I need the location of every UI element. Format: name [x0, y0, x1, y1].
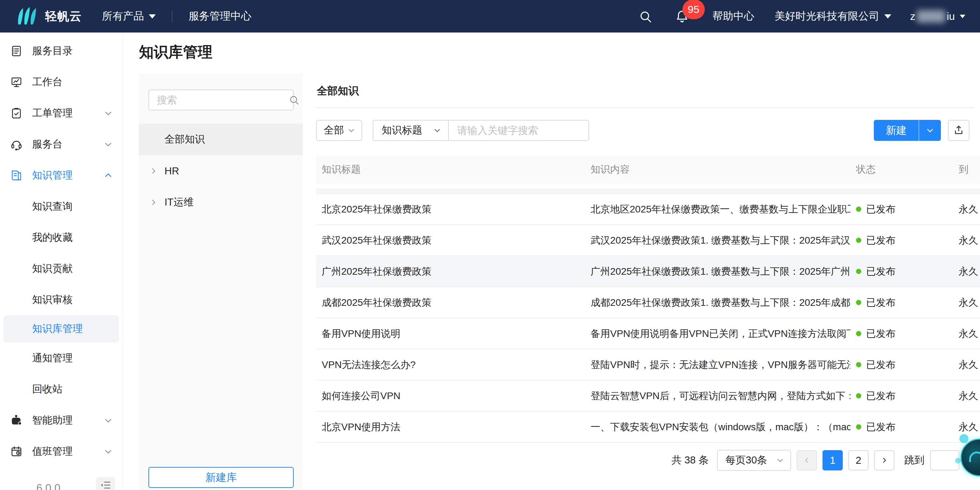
table-row[interactable]: 广州2025年社保缴费政策广州2025年社保缴费政策1. 缴费基数与上下限：20… [316, 256, 980, 287]
sidebar-item-label: 工作台 [32, 75, 113, 89]
sidebar-item-我的收藏[interactable]: 我的收藏 [0, 222, 123, 253]
create-dropdown-button[interactable] [919, 126, 941, 135]
tree-item-IT运维[interactable]: IT运维 [138, 187, 303, 218]
sidebar-item-工作台[interactable]: 工作台 [0, 66, 123, 97]
navbar-divider [172, 11, 173, 22]
cell-title[interactable]: 成都2025年社保缴费政策 [316, 296, 585, 309]
column-header-title: 知识标题 [316, 163, 585, 176]
sidebar-item-值班管理[interactable]: 值班管理 [0, 436, 123, 467]
cell-expiry: 永久 [959, 296, 980, 309]
cell-status: 已发布 [850, 234, 959, 247]
search-icon[interactable] [589, 125, 589, 136]
cell-title[interactable]: 如何连接公司VPN [316, 389, 585, 403]
page-button-2[interactable]: 2 [848, 450, 869, 471]
prev-page-button[interactable] [797, 450, 817, 471]
sidebar-item-回收站[interactable]: 回收站 [0, 373, 123, 405]
tree-item-label: IT运维 [164, 195, 194, 209]
sidebar-item-智能助理[interactable]: 智能助理 [0, 405, 123, 436]
cell-status: 已发布 [850, 203, 959, 216]
tree-item-HR[interactable]: HR [138, 155, 303, 187]
scope-select[interactable]: 全部 [316, 120, 362, 141]
version-label: 6.0.0 [36, 482, 60, 490]
page-button-1[interactable]: 1 [822, 450, 843, 471]
collapse-sidebar-button[interactable] [96, 477, 115, 490]
cell-title[interactable]: 广州2025年社保缴费政策 [316, 265, 585, 278]
section-title: 全部知识 [317, 84, 980, 98]
table-row[interactable]: 北京VPN使用方法一、下载安装包VPN安装包（windows版，mac版）：（m… [316, 412, 980, 443]
table-row[interactable]: 武汉2025年社保缴费政策武汉2025年社保缴费政策1. 缴费基数与上下限：20… [316, 225, 980, 256]
search-icon[interactable] [288, 94, 300, 105]
sidebar-item-label: 智能助理 [32, 413, 103, 428]
cell-expiry: 永久 [959, 234, 980, 247]
status-dot-icon [856, 424, 861, 429]
chevron-down-icon [347, 126, 356, 135]
sidebar-item-label: 知识审核 [32, 293, 113, 307]
top-navbar: 轻帆云 所有产品 服务管理中心 95 帮助中心 美好时光科技有限公司 z [0, 0, 980, 32]
cell-content: 登陆VPN时，提示：无法建立VPN连接，VPN服务器可能无法到... [585, 358, 850, 372]
cell-expiry: 永久 [959, 327, 980, 340]
cell-status: 已发布 [850, 296, 959, 309]
tree-item-全部知识[interactable]: 全部知识 [138, 124, 303, 155]
next-page-button[interactable] [874, 450, 894, 471]
cell-title[interactable]: 备用VPN使用说明 [316, 327, 585, 340]
create-split-button: 新建 [874, 120, 941, 141]
jump-page-input[interactable] [931, 451, 959, 470]
total-count-label: 共 38 条 [671, 453, 709, 467]
sidebar-item-工单管理[interactable]: 工单管理 [0, 97, 123, 129]
cell-title[interactable]: 北京VPN使用方法 [316, 420, 585, 434]
tree-search-input[interactable] [157, 94, 288, 106]
cell-title[interactable]: 北京2025年社保缴费政策 [316, 203, 585, 216]
filter-toolbar: 全部 知识标题 [316, 120, 980, 141]
main-content: 知识库管理 全部知识HRIT运维 新建库 全部知识 全部 [123, 32, 980, 490]
status-label: 已发布 [866, 420, 896, 434]
logo-icon[interactable] [16, 6, 38, 27]
product-switcher[interactable]: 所有产品 [102, 9, 156, 24]
status-dot-icon [856, 393, 861, 398]
search-field-select[interactable]: 知识标题 [373, 121, 449, 140]
brand-name[interactable]: 轻帆云 [45, 8, 82, 24]
sidebar-item-知识贡献[interactable]: 知识贡献 [0, 253, 123, 284]
notifications-bell-icon[interactable]: 95 [675, 9, 689, 24]
sidebar-item-服务目录[interactable]: 服务目录 [0, 35, 123, 66]
library-tree: 全部知识HRIT运维 [138, 124, 303, 218]
sidebar-item-label: 服务台 [32, 137, 103, 151]
help-center-link[interactable]: 帮助中心 [713, 9, 754, 24]
search-icon[interactable] [638, 10, 652, 24]
chevron-down-icon [103, 446, 113, 457]
sidebar-item-知识库管理[interactable]: 知识库管理 [3, 315, 119, 343]
status-label: 已发布 [866, 265, 896, 278]
table-row[interactable]: 北京2025年社保缴费政策北京地区2025年社保缴费政策一、缴费基数与上下限企业… [316, 194, 980, 225]
keyword-search-input[interactable] [457, 125, 589, 136]
sidebar-item-知识审核[interactable]: 知识审核 [0, 284, 123, 315]
table-row[interactable]: VPN无法连接怎么办?登陆VPN时，提示：无法建立VPN连接，VPN服务器可能无… [316, 350, 980, 381]
chevron-right-icon[interactable] [149, 166, 158, 176]
table-row[interactable]: 如何连接公司VPN登陆云智慧VPN后，可远程访问云智慧内网，登陆方式如下：ht.… [316, 381, 980, 412]
cell-content: 广州2025年社保缴费政策1. 缴费基数与上下限：2025年广州市... [585, 265, 850, 278]
cell-title[interactable]: 武汉2025年社保缴费政策 [316, 234, 585, 247]
export-button[interactable] [948, 120, 969, 141]
sidebar-item-知识查询[interactable]: 知识查询 [0, 191, 123, 222]
user-menu[interactable]: z iu [910, 10, 965, 23]
company-switcher[interactable]: 美好时光科技有限公司 [775, 9, 891, 24]
company-name: 美好时光科技有限公司 [775, 9, 880, 24]
status-label: 已发布 [866, 234, 896, 247]
user-name-suffix: iu [947, 11, 955, 22]
sidebar-item-知识管理[interactable]: 知识管理 [0, 160, 123, 191]
status-label: 已发布 [866, 296, 896, 309]
cell-title[interactable]: VPN无法连接怎么办? [316, 358, 585, 372]
sidebar-item-通知管理[interactable]: 通知管理 [0, 343, 123, 373]
create-button[interactable]: 新建 [874, 123, 918, 138]
chevron-right-icon[interactable] [149, 198, 158, 207]
page-size-select[interactable]: 每页30条 [717, 450, 791, 471]
table-row[interactable]: 备用VPN使用说明备用VPN使用说明备用VPN已关闭，正式VPN连接方法取阅下文… [316, 318, 980, 350]
status-label: 已发布 [866, 358, 896, 372]
column-header-status: 状态 [850, 163, 959, 176]
sidebar-item-服务台[interactable]: 服务台 [0, 129, 123, 160]
table-row[interactable]: 成都2025年社保缴费政策成都2025年社保缴费政策1. 缴费基数与上下限：20… [316, 287, 980, 318]
sidebar-item-label: 服务目录 [32, 44, 113, 58]
chevron-up-icon [103, 170, 113, 181]
knowledge-icon [10, 169, 23, 182]
cell-content: 武汉2025年社保缴费政策1. 缴费基数与上下限：2025年武汉市... [585, 234, 850, 247]
new-library-button[interactable]: 新建库 [148, 467, 294, 488]
cell-status: 已发布 [850, 389, 959, 403]
